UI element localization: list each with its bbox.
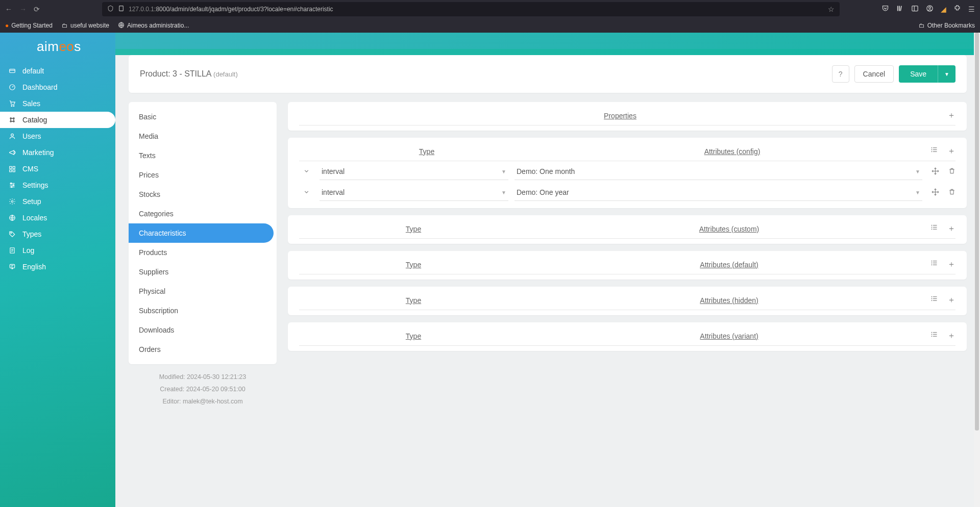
add-icon[interactable]: ＋ [947, 259, 955, 270]
sidebar-item-settings[interactable]: Settings [0, 177, 115, 193]
sidebar-item-dashboard[interactable]: Dashboard [0, 79, 115, 95]
expand-icon[interactable] [299, 168, 313, 176]
extensions-icon[interactable] [953, 5, 961, 14]
tab-categories[interactable]: Categories [129, 204, 274, 223]
tabs-panel: BasicMediaTextsPricesStocksCategoriesCha… [129, 102, 277, 364]
list-icon[interactable] [930, 331, 938, 341]
tab-prices[interactable]: Prices [129, 165, 274, 185]
section-attr-default: Type Attributes (default) ＋ [288, 251, 967, 280]
tab-physical[interactable]: Physical [129, 282, 274, 301]
user-icon [8, 133, 16, 140]
svg-point-44 [932, 227, 933, 228]
svg-rect-65 [933, 336, 937, 337]
sidebar-toggle-icon[interactable] [911, 5, 919, 14]
delete-icon[interactable] [948, 167, 955, 176]
tab-stocks[interactable]: Stocks [129, 185, 274, 204]
svg-rect-47 [933, 229, 937, 230]
svg-point-11 [11, 106, 12, 107]
attribute-select[interactable]: Demo: One month▼ [514, 163, 922, 180]
col-attr-variant[interactable]: Attributes (variant) [534, 332, 924, 340]
list-icon[interactable] [930, 146, 938, 157]
sidebar-item-default[interactable]: default [0, 63, 115, 79]
tag-icon [8, 231, 16, 238]
sidebar-item-cms[interactable]: CMS [0, 161, 115, 177]
account-icon[interactable] [926, 5, 934, 14]
col-type[interactable]: Type [299, 332, 528, 340]
sidebar-item-label: English [22, 263, 46, 271]
bookmark-item[interactable]: 🌐︎Aimeos administratio... [118, 22, 189, 29]
back-button[interactable]: ← [5, 5, 12, 13]
svg-rect-55 [933, 296, 937, 297]
add-icon[interactable]: ＋ [947, 110, 955, 121]
sidebar-item-sales[interactable]: Sales [0, 95, 115, 112]
lang-icon [8, 263, 16, 270]
section-title-properties[interactable]: Properties [299, 112, 941, 120]
tab-subscription[interactable]: Subscription [129, 301, 274, 320]
reload-button[interactable]: ⟳ [34, 5, 40, 13]
move-icon[interactable] [932, 167, 939, 176]
pocket-icon[interactable] [881, 5, 889, 14]
list-icon[interactable] [930, 223, 938, 234]
bookmark-item[interactable]: 🗀useful website [62, 22, 109, 29]
tab-texts[interactable]: Texts [129, 146, 274, 165]
folder-icon: 🗀 [919, 22, 925, 29]
svg-point-54 [932, 296, 933, 297]
tab-characteristics[interactable]: Characteristics [129, 223, 274, 243]
sidebar-item-label: Locales [22, 214, 47, 222]
sidebar-item-log[interactable]: Log [0, 242, 115, 259]
add-icon[interactable]: ＋ [947, 146, 955, 157]
bookmark-star-icon[interactable]: ☆ [828, 5, 835, 13]
move-icon[interactable] [932, 188, 939, 197]
attribute-select[interactable]: Demo: One year▼ [514, 184, 922, 201]
type-select[interactable]: interval▼ [320, 163, 508, 180]
svg-point-17 [11, 134, 14, 136]
save-button[interactable]: Save [899, 65, 938, 83]
svg-point-36 [932, 147, 933, 148]
tab-downloads[interactable]: Downloads [129, 320, 274, 340]
svg-point-50 [932, 263, 933, 264]
library-icon[interactable] [896, 5, 904, 14]
add-icon[interactable]: ＋ [947, 223, 955, 234]
other-bookmarks[interactable]: 🗀Other Bookmarks [919, 22, 975, 29]
col-attr-hidden[interactable]: Attributes (hidden) [534, 296, 924, 305]
col-type[interactable]: Type [299, 261, 528, 269]
cancel-button[interactable]: Cancel [854, 65, 894, 83]
tab-media[interactable]: Media [129, 126, 274, 146]
col-type[interactable]: Type [299, 225, 528, 233]
sidebar-item-label: Setup [22, 197, 41, 206]
list-icon[interactable] [930, 259, 938, 270]
col-attr-default[interactable]: Attributes (default) [534, 261, 924, 269]
type-select[interactable]: interval▼ [320, 184, 508, 201]
forward-button[interactable]: → [19, 5, 27, 13]
sidebar-item-english[interactable]: English [0, 259, 115, 275]
sidebar-item-marketing[interactable]: Marketing [0, 144, 115, 161]
tab-orders[interactable]: Orders [129, 340, 274, 359]
tab-products[interactable]: Products [129, 243, 274, 262]
delete-icon[interactable] [948, 188, 955, 197]
add-icon[interactable]: ＋ [947, 295, 955, 306]
sidebar-item-catalog[interactable]: Catalog [0, 112, 115, 128]
scrollbar[interactable] [974, 33, 980, 507]
col-attr-custom[interactable]: Attributes (custom) [534, 225, 924, 233]
list-icon[interactable] [930, 295, 938, 306]
chevron-down-icon: ▼ [501, 169, 506, 174]
col-type[interactable]: Type [299, 296, 528, 305]
add-icon[interactable]: ＋ [947, 331, 955, 341]
sidebar-item-locales[interactable]: Locales [0, 210, 115, 226]
sidebar-item-types[interactable]: Types [0, 226, 115, 242]
col-attr-config[interactable]: Attributes (config) [540, 147, 924, 156]
address-bar[interactable]: 127.0.0.1:8000/admin/default/jqadm/get/p… [102, 2, 840, 16]
save-dropdown-button[interactable]: ▼ [938, 65, 955, 83]
help-button[interactable]: ? [832, 65, 849, 83]
expand-icon[interactable] [299, 189, 313, 197]
menu-icon[interactable]: ☰ [968, 5, 975, 13]
col-type[interactable]: Type [320, 147, 534, 156]
tab-basic[interactable]: Basic [129, 107, 274, 126]
ext-icon-1[interactable]: ◢ [941, 5, 946, 13]
sidebar-item-setup[interactable]: Setup [0, 193, 115, 210]
tab-suppliers[interactable]: Suppliers [129, 262, 274, 282]
sidebar-item-users[interactable]: Users [0, 128, 115, 144]
svg-rect-57 [933, 298, 937, 299]
bookmark-item[interactable]: ●Getting Started [5, 22, 53, 29]
scrollbar-thumb[interactable] [975, 33, 979, 430]
